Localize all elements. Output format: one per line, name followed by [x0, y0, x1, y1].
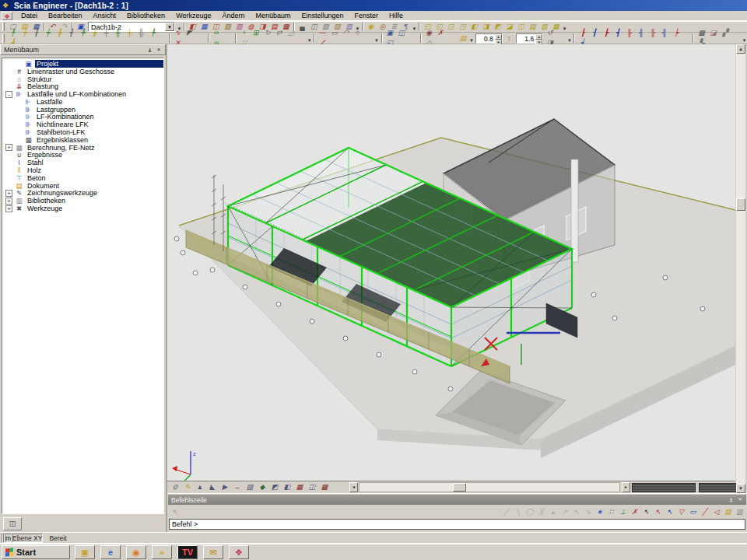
connect-members-button[interactable]: ∞ [211, 28, 223, 38]
tension-member-button[interactable]: ┝ [670, 28, 682, 38]
haunch-button[interactable]: ╊ [54, 28, 65, 38]
dimension-display-button[interactable]: ↔ [231, 482, 244, 492]
toolbar-overflow[interactable]: ▾ [567, 33, 573, 44]
load-panel-button[interactable]: ┣ [600, 28, 612, 38]
menu-item[interactable]: Hilfe [384, 11, 409, 20]
menu-item[interactable]: Werkzeuge [170, 11, 216, 20]
mdi-child-icon[interactable]: ❖ [2, 12, 12, 20]
load-manager-button[interactable]: ▤ [458, 33, 469, 44]
spinner-up-icon[interactable]: ▲ [535, 34, 542, 40]
scroll-down-icon[interactable]: ▼ [736, 484, 745, 493]
menu-item[interactable]: Bibliotheken [121, 11, 170, 20]
snap-center-button[interactable]: ◯ [524, 507, 535, 517]
scale-spinner-b[interactable]: 1.6 ▲▼ [516, 33, 543, 44]
view-front-button[interactable]: ◫ [515, 22, 527, 32]
menu-item[interactable]: Fenster [349, 11, 384, 20]
tree-expander[interactable]: + [5, 144, 12, 151]
tree-item-holz[interactable]: ‖ Holz [2, 166, 163, 174]
tree-item-projekt[interactable]: ▣ Projekt [2, 60, 163, 68]
menu-item[interactable]: Menübaum [251, 11, 296, 20]
tree-item-lastfaelle[interactable]: ⊩ Lastfälle [2, 98, 163, 106]
show-hide-button[interactable]: ◉ [423, 28, 435, 38]
plate-member-button[interactable]: ╇ [77, 28, 89, 38]
internet-explorer-icon[interactable]: e [100, 545, 121, 559]
toolbar-overflow[interactable]: ▾ [374, 33, 380, 44]
tile-windows-button[interactable]: ◫ [396, 28, 408, 38]
cross-link-button[interactable]: ╠ [647, 28, 658, 38]
snap-off-button[interactable]: ✗ [629, 507, 640, 517]
snap-intersection-button[interactable]: ╳ [535, 507, 547, 517]
tree-item-dokument[interactable]: ▤ Dokument [2, 182, 163, 190]
start-button[interactable]: Start [2, 545, 70, 559]
tree-item-werkzeuge[interactable]: + ✖ Werkzeuge [2, 205, 163, 212]
arbitrary-profile-button[interactable]: ╉ [65, 28, 77, 38]
close-icon[interactable]: × [154, 46, 163, 54]
tree-item-ergebnisklassen[interactable]: ▦ Ergebnisklassen [2, 136, 163, 144]
pointer-button[interactable]: ◤ [184, 28, 195, 38]
integration-strip-button[interactable]: ╄ [147, 28, 159, 38]
tree-item-berechnung[interactable]: + ▦ Berechnung, FE-Netz [2, 144, 163, 152]
spring-button[interactable]: ╟ [623, 28, 635, 38]
minimized-window-1[interactable] [632, 483, 696, 492]
hatch-up-button[interactable]: ▞ [719, 28, 731, 38]
media-player-icon[interactable]: ◉ [126, 545, 146, 559]
release-button[interactable]: ╣ [658, 28, 670, 38]
view-back-button[interactable]: ▤ [527, 22, 538, 32]
tree-item-linienraster[interactable]: # Linienraster und Geschosse [2, 68, 163, 75]
pin-icon[interactable]: Ŧ [726, 495, 735, 504]
support-button[interactable]: ┠ [577, 28, 588, 38]
select-rect-button[interactable]: ▭ [687, 507, 699, 517]
hinge-button[interactable]: ┨ [588, 28, 600, 38]
section-display-button[interactable]: ╀ [7, 28, 19, 38]
select-cursor-button[interactable]: ↖ [169, 507, 181, 517]
snap-grid-button[interactable]: ∷ [605, 507, 617, 517]
activity-display-button[interactable]: ▩ [318, 482, 331, 492]
quick-arrows-icon[interactable]: » [152, 545, 172, 559]
zoom-all-button[interactable]: ◧ [468, 22, 480, 32]
toolbar-overflow[interactable]: ▾ [469, 33, 475, 44]
curve-edit-button[interactable]: ∿ [172, 28, 184, 38]
mirror-button[interactable]: ⇄ [273, 28, 285, 38]
menu-item[interactable]: Bearbeiten [43, 11, 88, 20]
light-button[interactable]: ◪ [707, 28, 719, 38]
internal-node-button[interactable]: ╪ [124, 28, 135, 38]
opening-button[interactable]: ┼ [100, 28, 112, 38]
new-window-button[interactable]: ▣ [384, 28, 396, 38]
pen-yellow-button[interactable]: ✎ [181, 482, 194, 492]
render-display-button[interactable]: ◆ [256, 482, 268, 492]
view-axo-button[interactable]: ◳ [457, 22, 468, 32]
tree-item-lf-kombinationen[interactable]: ⊪ LF-Kombinationen [2, 114, 163, 121]
render-mode-button[interactable]: ▩ [696, 28, 707, 38]
tree-item-beton[interactable]: ⊤ Beton [2, 174, 163, 182]
horizontal-scrollbar-thumb[interactable] [453, 483, 466, 492]
tree-item-stahl[interactable]: I Stahl [2, 159, 163, 166]
toolbar-overflow[interactable]: ▾ [307, 33, 312, 44]
scia-engineer-icon[interactable]: ❖ [229, 545, 249, 559]
pin-icon[interactable]: Ŧ [145, 46, 154, 54]
menu-item[interactable]: Datei [16, 11, 43, 20]
tree-expander[interactable]: + [5, 198, 12, 205]
select-polygon-button[interactable]: ▽ [675, 507, 687, 517]
tree-expander[interactable]: - [5, 91, 12, 98]
zoom-in-button[interactable]: ◩ [492, 22, 503, 32]
profile-library-button[interactable]: ┿ [42, 28, 54, 38]
toolbar-grip[interactable] [2, 34, 5, 43]
select-slash-button[interactable]: ╱ [699, 507, 710, 517]
snap-smart-button[interactable]: ∗ [594, 507, 605, 517]
arc-button[interactable]: ◠ [340, 28, 352, 38]
menu-item[interactable]: Ansicht [88, 11, 122, 20]
snap-ortho-button[interactable]: ⊥ [617, 507, 629, 517]
snap-endpoint-button[interactable]: ╲ [512, 507, 524, 517]
menu-item[interactable]: Einstellungen [296, 11, 349, 20]
pen-gray-button[interactable]: ⊘ [169, 482, 181, 492]
vertical-scrollbar[interactable]: ▲ ▼ [736, 44, 745, 493]
mail-client-icon[interactable]: ✉ [203, 545, 223, 559]
wintv-icon[interactable]: TV [177, 545, 198, 559]
horizontal-scrollbar[interactable] [359, 482, 620, 492]
fixed-end-button[interactable]: ┫ [612, 28, 623, 38]
circle-button[interactable]: ○ [352, 28, 363, 38]
toolbar-collapse-icon[interactable]: ◂ [349, 482, 358, 492]
wall-member-button[interactable]: ╈ [89, 28, 100, 38]
rigid-arm-button[interactable]: ╢ [635, 28, 647, 38]
tree-item-bibliotheken[interactable]: + ▥ Bibliotheken [2, 197, 163, 205]
